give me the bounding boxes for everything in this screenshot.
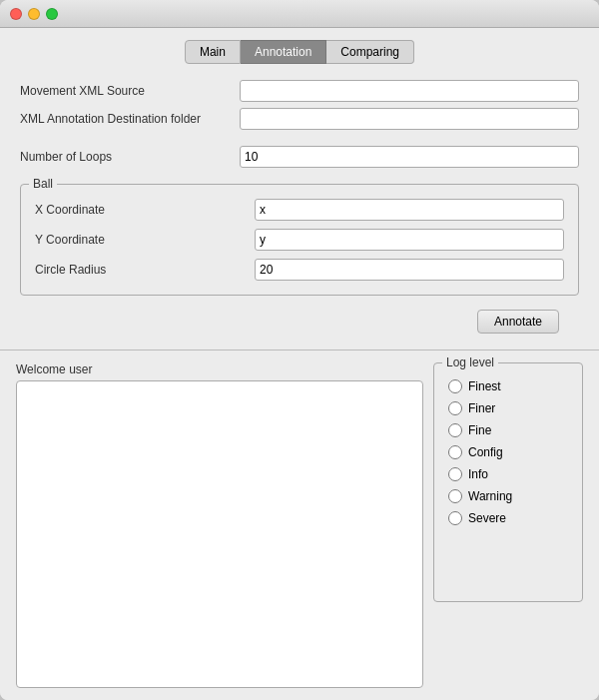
- radio-finest[interactable]: [448, 379, 462, 393]
- circle-radius-input[interactable]: [255, 259, 564, 281]
- radio-item-finer[interactable]: Finer: [448, 401, 568, 415]
- radio-label-config: Config: [468, 445, 503, 459]
- minimize-button[interactable]: [28, 8, 40, 20]
- annotate-button[interactable]: Annotate: [477, 310, 559, 334]
- welcome-label: Welcome user: [16, 362, 423, 376]
- circle-radius-label: Circle Radius: [35, 263, 255, 277]
- radio-item-severe[interactable]: Severe: [448, 511, 568, 525]
- radio-group: FinestFinerFineConfigInfoWarningSevere: [448, 379, 568, 525]
- radio-config[interactable]: [448, 445, 462, 459]
- radio-label-fine: Fine: [468, 423, 491, 437]
- tabs-row: Main Annotation Comparing: [20, 40, 579, 64]
- xml-annotation-input[interactable]: [240, 108, 579, 130]
- xml-annotation-row: XML Annotation Destination folder: [20, 108, 579, 130]
- movement-xml-label: Movement XML Source: [20, 84, 240, 98]
- radio-fine[interactable]: [448, 423, 462, 437]
- radio-item-info[interactable]: Info: [448, 467, 568, 481]
- radio-label-finest: Finest: [468, 379, 501, 393]
- radio-label-severe: Severe: [468, 511, 506, 525]
- xml-annotation-label: XML Annotation Destination folder: [20, 112, 240, 126]
- log-level-legend: Log level: [442, 355, 498, 369]
- y-coordinate-label: Y Coordinate: [35, 233, 255, 247]
- tab-comparing[interactable]: Comparing: [326, 40, 414, 64]
- radio-item-fine[interactable]: Fine: [448, 423, 568, 437]
- radio-warning[interactable]: [448, 489, 462, 503]
- y-coordinate-row: Y Coordinate: [35, 229, 564, 251]
- log-area[interactable]: [16, 380, 423, 688]
- close-button[interactable]: [10, 8, 22, 20]
- movement-xml-row: Movement XML Source: [20, 80, 579, 102]
- source-fields: Movement XML Source XML Annotation Desti…: [20, 80, 579, 130]
- log-area-container: Welcome user: [16, 362, 423, 688]
- circle-radius-row: Circle Radius: [35, 259, 564, 281]
- radio-label-finer: Finer: [468, 401, 495, 415]
- tab-annotation[interactable]: Annotation: [241, 40, 326, 64]
- radio-info[interactable]: [448, 467, 462, 481]
- x-coordinate-row: X Coordinate: [35, 199, 564, 221]
- radio-item-warning[interactable]: Warning: [448, 489, 568, 503]
- radio-item-config[interactable]: Config: [448, 445, 568, 459]
- y-coordinate-input[interactable]: [255, 229, 564, 251]
- ball-group: Ball X Coordinate Y Coordinate Circle Ra…: [20, 184, 579, 296]
- main-window: Main Annotation Comparing Movement XML S…: [0, 0, 599, 700]
- ball-legend: Ball: [29, 177, 57, 191]
- title-bar: [0, 0, 599, 28]
- radio-label-info: Info: [468, 467, 488, 481]
- radio-severe[interactable]: [448, 511, 462, 525]
- loops-input[interactable]: [240, 146, 579, 168]
- annotate-row: Annotate: [20, 310, 579, 334]
- loops-label: Number of Loops: [20, 150, 240, 164]
- radio-label-warning: Warning: [468, 489, 512, 503]
- movement-xml-input[interactable]: [240, 80, 579, 102]
- log-level-group: Log level FinestFinerFineConfigInfoWarni…: [433, 362, 583, 602]
- ball-fields: X Coordinate Y Coordinate Circle Radius: [35, 199, 564, 281]
- radio-item-finest[interactable]: Finest: [448, 379, 568, 393]
- traffic-lights: [10, 8, 58, 20]
- maximize-button[interactable]: [46, 8, 58, 20]
- x-coordinate-label: X Coordinate: [35, 203, 255, 217]
- x-coordinate-input[interactable]: [255, 199, 564, 221]
- tab-main[interactable]: Main: [185, 40, 241, 64]
- radio-finer[interactable]: [448, 401, 462, 415]
- top-panel: Main Annotation Comparing Movement XML S…: [0, 28, 599, 350]
- bottom-panel: Welcome user Log level FinestFinerFineCo…: [0, 350, 599, 700]
- loops-row: Number of Loops: [20, 146, 579, 168]
